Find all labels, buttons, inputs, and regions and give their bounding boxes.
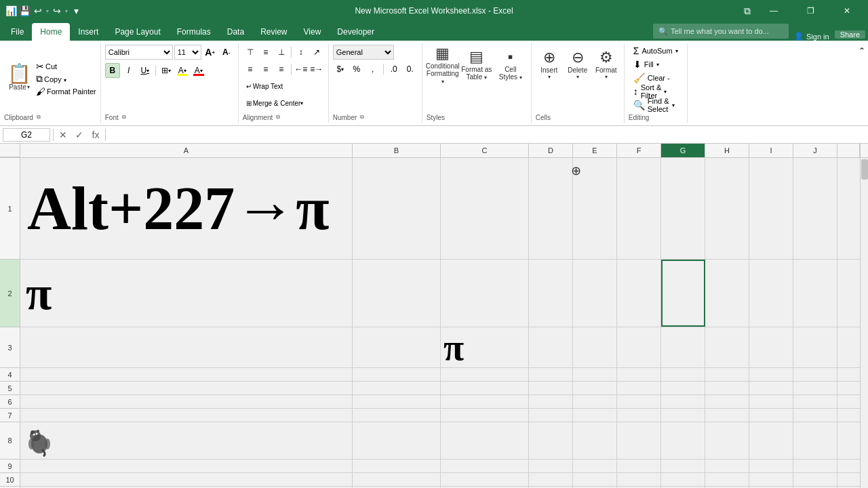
comma-button[interactable]: ,	[366, 62, 380, 77]
cell-b5[interactable]	[353, 382, 441, 394]
tab-view[interactable]: View	[296, 23, 330, 41]
share-button[interactable]: Share	[835, 30, 865, 39]
cell-g1[interactable]	[661, 158, 705, 259]
indent-increase-button[interactable]: ≡→	[309, 62, 324, 77]
cell-h1[interactable]	[705, 158, 749, 259]
borders-button[interactable]: ⊞ ▾	[159, 63, 174, 78]
cell-c9[interactable]	[441, 460, 529, 472]
cell-f2[interactable]	[617, 260, 661, 327]
text-orientation-button[interactable]: ↗	[309, 45, 324, 60]
cell-f5[interactable]	[617, 382, 661, 394]
cell-j4[interactable]	[793, 368, 837, 381]
cell-g8[interactable]	[661, 422, 705, 459]
clipboard-expand[interactable]: ⧉	[35, 113, 43, 121]
cell-g3[interactable]	[661, 327, 705, 367]
tab-review[interactable]: Review	[252, 23, 295, 41]
autosum-button[interactable]: Σ AutoSum ▾	[629, 45, 683, 57]
cell-d4[interactable]	[529, 368, 573, 381]
cell-b3[interactable]	[353, 327, 441, 367]
number-format-select[interactable]: General	[333, 45, 394, 60]
cell-g4[interactable]	[661, 368, 705, 381]
col-header-d[interactable]: D	[529, 144, 573, 157]
font-name-select[interactable]: Calibri	[105, 45, 173, 60]
increase-font-size-button[interactable]: A+	[203, 45, 218, 60]
cell-e6[interactable]	[573, 395, 617, 408]
cell-c6[interactable]	[441, 395, 529, 408]
cell-j9[interactable]	[793, 460, 837, 472]
cell-c2[interactable]	[441, 260, 529, 327]
cell-i9[interactable]	[749, 460, 793, 472]
percent-button[interactable]: %	[349, 62, 364, 77]
cell-a2[interactable]: π	[20, 260, 353, 327]
cell-c7[interactable]	[441, 409, 529, 422]
cell-c5[interactable]	[441, 382, 529, 394]
cell-e5[interactable]	[573, 382, 617, 394]
bottom-align-button[interactable]: ⊥	[274, 45, 289, 60]
window-mode-icon[interactable]: ⧉	[742, 5, 753, 16]
cell-g7[interactable]	[661, 409, 705, 422]
font-size-select[interactable]: 11	[174, 45, 201, 60]
sort-filter-button[interactable]: ↕ Sort &Filter ▾	[629, 85, 683, 98]
cell-h8[interactable]	[705, 422, 749, 459]
cut-button[interactable]: ✂ Cut	[36, 61, 96, 72]
cell-g9[interactable]	[661, 460, 705, 472]
select-all-button[interactable]	[0, 144, 20, 157]
col-header-b[interactable]: B	[353, 144, 441, 157]
currency-button[interactable]: $▾	[333, 62, 348, 77]
row-header-8[interactable]: 8	[0, 422, 20, 460]
cell-a6[interactable]	[20, 395, 353, 408]
cell-i1[interactable]	[749, 158, 793, 259]
tab-data[interactable]: Data	[219, 23, 252, 41]
minimize-button[interactable]: —	[758, 0, 789, 22]
row-header-9[interactable]: 9	[0, 460, 20, 473]
font-color-button[interactable]: A ▾	[191, 63, 206, 78]
cell-h6[interactable]	[705, 395, 749, 408]
wrap-text-button[interactable]: ↵ Wrap Text	[243, 79, 287, 94]
cancel-formula-button[interactable]: ✕	[56, 128, 70, 142]
customize-qat-icon[interactable]: ▾	[71, 5, 81, 16]
cell-i5[interactable]	[749, 382, 793, 394]
alignment-expand[interactable]: ⧉	[274, 113, 282, 121]
col-header-a[interactable]: A	[20, 144, 353, 157]
sign-in-button[interactable]: 👤 Sign in	[789, 32, 835, 41]
close-button[interactable]: ✕	[831, 0, 863, 22]
cell-d10[interactable]	[529, 473, 573, 486]
formula-input[interactable]	[108, 128, 865, 142]
cell-h3[interactable]	[705, 327, 749, 367]
decrease-decimal-button[interactable]: 0.	[403, 62, 418, 77]
cell-g6[interactable]	[661, 395, 705, 408]
cell-f9[interactable]	[617, 460, 661, 472]
cell-i8[interactable]	[749, 422, 793, 459]
merge-center-button[interactable]: ⊞ Merge & Center ▾	[243, 96, 307, 110]
cell-j2[interactable]	[793, 260, 837, 327]
col-header-g[interactable]: G	[661, 144, 705, 157]
fill-button[interactable]: ⬇ Fill ▾	[629, 58, 683, 70]
cell-reference-box[interactable]	[3, 128, 50, 142]
cell-a1[interactable]: Alt+227→π	[20, 158, 353, 259]
delete-button[interactable]: ⊖ Delete ▾	[564, 45, 591, 84]
cell-j6[interactable]	[793, 395, 837, 408]
cell-h4[interactable]	[705, 368, 749, 381]
row-header-3[interactable]: 3	[0, 327, 20, 368]
cell-i3[interactable]	[749, 327, 793, 367]
cell-styles-button[interactable]: ▪ CellStyles ▾	[494, 45, 527, 84]
cell-h7[interactable]	[705, 409, 749, 422]
cell-h9[interactable]	[705, 460, 749, 472]
cell-h5[interactable]	[705, 382, 749, 394]
bold-button[interactable]: B	[105, 63, 120, 78]
cell-c4[interactable]	[441, 368, 529, 381]
confirm-formula-button[interactable]: ✓	[73, 128, 86, 142]
cell-h10[interactable]	[705, 473, 749, 486]
cell-d1[interactable]	[529, 158, 573, 259]
conditional-formatting-button[interactable]: ▦ ConditionalFormatting ▾	[427, 45, 459, 84]
cell-e7[interactable]	[573, 409, 617, 422]
cell-d7[interactable]	[529, 409, 573, 422]
col-header-c[interactable]: C	[441, 144, 529, 157]
tab-formulas[interactable]: Formulas	[169, 23, 219, 41]
cell-f4[interactable]	[617, 368, 661, 381]
cell-a10[interactable]	[20, 473, 353, 486]
cell-f6[interactable]	[617, 395, 661, 408]
indent-decrease-button[interactable]: ←≡	[294, 62, 309, 77]
tab-insert[interactable]: Insert	[70, 23, 106, 41]
tab-file[interactable]: File	[3, 23, 32, 41]
